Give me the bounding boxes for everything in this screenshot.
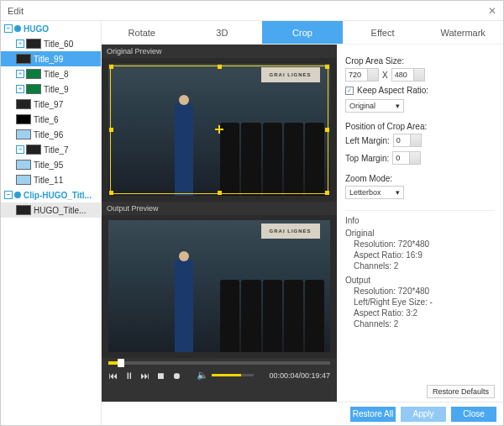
output-preview: GRAI LIGNES — [102, 215, 337, 359]
titlebar: Edit ✕ — [1, 1, 503, 21]
expand-icon[interactable]: + — [16, 39, 24, 48]
chevron-down-icon: ▾ — [396, 188, 400, 197]
preview-column: Original Preview GRAI LIGNES — [102, 45, 337, 402]
time-display: 00:00:04/00:19:47 — [269, 371, 330, 380]
tree-root-label: HUGO — [24, 24, 49, 34]
title-tree[interactable]: − HUGO +Title_60 Title_99 +Title_8 +Titl… — [1, 21, 102, 425]
info-original-channels: Channels: 2 — [345, 261, 495, 271]
dialog-footer: Restore All Apply Close — [102, 402, 503, 425]
original-preview[interactable]: GRAI LIGNES — [102, 58, 337, 202]
crop-handle-e[interactable] — [325, 128, 329, 132]
tree-item-selected[interactable]: Title_99 — [1, 51, 101, 66]
top-margin-input[interactable]: 0▲▼ — [392, 151, 421, 165]
crop-handle-s[interactable] — [218, 191, 222, 195]
info-original-title: Original — [345, 229, 495, 238]
crop-handle-se[interactable] — [325, 191, 329, 195]
thumb-icon — [16, 129, 31, 139]
keep-aspect-checkbox[interactable]: ✓ — [345, 87, 354, 95]
crop-height-input[interactable]: 480▲▼ — [391, 68, 425, 82]
snapshot-button[interactable]: ⏺ — [172, 371, 181, 381]
tree-item[interactable]: +Title_8 — [1, 66, 101, 82]
crop-width-input[interactable]: 720▲▼ — [345, 68, 379, 82]
prev-button[interactable]: ⏮ — [108, 371, 118, 381]
keep-aspect-label: Keep Aspect Ratio: — [357, 86, 428, 95]
restore-all-button[interactable]: Restore All — [350, 407, 396, 422]
tab-effect[interactable]: Effect — [343, 21, 423, 44]
tree-item[interactable]: Title_95 — [1, 157, 101, 172]
tree-root-clip[interactable]: − Clip-HUGO_Titl... — [1, 187, 101, 202]
apply-button[interactable]: Apply — [401, 407, 446, 422]
info-output-channels: Channels: 2 — [345, 319, 495, 329]
thumb-icon — [16, 175, 31, 185]
crop-handle-n[interactable] — [218, 65, 222, 69]
seek-slider[interactable] — [108, 361, 330, 365]
tab-watermark[interactable]: Watermark — [423, 21, 503, 44]
crop-position-label: Position of Crop Area: — [345, 122, 495, 131]
thumb-icon — [16, 114, 31, 124]
thumb-icon — [26, 39, 41, 49]
crop-handle-sw[interactable] — [109, 191, 113, 195]
info-output-resolution: Resolution: 720*480 — [345, 287, 495, 296]
tree-item[interactable]: Title_11 — [1, 172, 101, 187]
tree-item[interactable]: +Title_60 — [1, 36, 101, 51]
x-separator: X — [382, 71, 388, 80]
next-button[interactable]: ⏭ — [140, 371, 150, 381]
crop-handle-nw[interactable] — [109, 65, 113, 69]
expand-icon[interactable]: + — [16, 145, 24, 154]
info-label: Info — [345, 216, 495, 225]
seek-thumb[interactable] — [118, 359, 124, 367]
thumb-icon — [26, 84, 41, 94]
crop-settings-panel: Crop Area Size: 720▲▼ X 480▲▼ ✓ Keep Asp… — [337, 45, 503, 402]
crop-center-icon[interactable] — [215, 125, 223, 134]
tree-item[interactable]: +Title_7 — [1, 142, 101, 157]
tab-crop[interactable]: Crop — [262, 21, 343, 44]
tree-item[interactable]: +Title_9 — [1, 82, 101, 97]
tree-root-hugo[interactable]: − HUGO — [1, 21, 101, 36]
info-output-eye: Left/Right Eye Size: - — [345, 297, 495, 307]
tree-item[interactable]: Title_96 — [1, 127, 101, 142]
restore-defaults-button[interactable]: Restore Defaults — [427, 385, 495, 398]
tree-root-label: Clip-HUGO_Titl... — [24, 191, 92, 200]
close-icon[interactable]: ✕ — [488, 5, 496, 17]
tree-item[interactable]: Title_6 — [1, 112, 101, 127]
edit-tabs: Rotate 3D Crop Effect Watermark — [102, 21, 503, 45]
thumb-icon — [26, 145, 41, 155]
aspect-ratio-select[interactable]: Original▾ — [345, 99, 404, 113]
volume-icon[interactable]: 🔈 — [197, 370, 208, 381]
tab-3d[interactable]: 3D — [182, 21, 263, 44]
left-margin-label: Left Margin: — [345, 136, 390, 145]
expand-icon[interactable]: + — [16, 70, 24, 78]
thumb-icon — [16, 205, 31, 215]
thumb-icon — [16, 54, 31, 64]
expand-icon[interactable]: + — [16, 85, 24, 93]
close-button[interactable]: Close — [451, 407, 496, 422]
player-controls: ⏮ ⏸ ⏭ ⏹ ⏺ 🔈 00:00:04/00:19:47 — [102, 358, 337, 402]
info-output-aspect: Aspect Ratio: 3:2 — [345, 308, 495, 318]
info-original-resolution: Resolution: 720*480 — [345, 239, 495, 249]
original-preview-label: Original Preview — [102, 45, 337, 58]
tree-item[interactable]: HUGO_Title... — [1, 202, 101, 218]
collapse-icon[interactable]: − — [4, 191, 13, 199]
collapse-icon[interactable]: − — [4, 24, 13, 33]
info-output-title: Output — [345, 276, 495, 285]
crop-handle-w[interactable] — [109, 128, 113, 132]
crop-rectangle[interactable] — [110, 66, 328, 194]
left-margin-input[interactable]: 0▲▼ — [393, 134, 422, 147]
crop-handle-ne[interactable] — [325, 65, 329, 69]
thumb-icon — [16, 99, 31, 109]
tree-item[interactable]: Title_97 — [1, 97, 101, 112]
thumb-icon — [26, 69, 41, 79]
tab-rotate[interactable]: Rotate — [102, 21, 182, 44]
volume-slider[interactable] — [212, 374, 254, 376]
edit-window: Edit ✕ − HUGO +Title_60 Title_99 +Title_… — [0, 0, 504, 426]
zoom-mode-label: Zoom Mode: — [345, 174, 495, 183]
pause-button[interactable]: ⏸ — [124, 371, 134, 381]
window-title: Edit — [8, 6, 24, 16]
top-margin-label: Top Margin: — [345, 154, 389, 163]
stop-button[interactable]: ⏹ — [156, 371, 165, 381]
disc-icon — [14, 25, 21, 32]
chevron-down-icon: ▾ — [396, 102, 400, 110]
sign-text: GRAI LIGNES — [261, 224, 320, 239]
zoom-mode-select[interactable]: Letterbox▾ — [345, 186, 404, 199]
disc-icon — [14, 192, 21, 198]
